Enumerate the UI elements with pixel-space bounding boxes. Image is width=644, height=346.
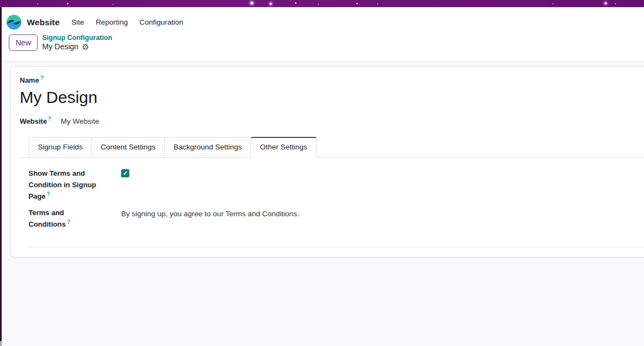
show-terms-checkbox[interactable]: ✓ xyxy=(121,169,129,177)
main-navbar: Website Site Reporting Configuration xyxy=(2,7,644,32)
tab-content-settings[interactable]: Content Settings xyxy=(92,137,165,157)
help-icon: ? xyxy=(47,191,50,197)
show-terms-label: Show Terms and Condition in Signup Page? xyxy=(29,168,121,202)
menu-reporting[interactable]: Reporting xyxy=(90,15,134,30)
help-icon: ? xyxy=(40,75,43,81)
breadcrumb-current: My Design ⚙ xyxy=(42,42,112,51)
window-edge xyxy=(0,7,2,341)
name-input[interactable]: My Design xyxy=(20,87,644,108)
app-name[interactable]: Website xyxy=(27,18,60,27)
checkbox-check-icon: ✓ xyxy=(123,170,128,176)
sparkle-icon xyxy=(377,3,378,4)
sparkle-icon xyxy=(295,2,297,4)
sparkle-icon xyxy=(318,4,319,5)
top-promo-bar xyxy=(0,0,644,7)
help-icon: ? xyxy=(67,219,70,225)
gear-icon[interactable]: ⚙ xyxy=(82,43,89,51)
website-select[interactable]: My Website xyxy=(61,117,99,125)
header: Website Site Reporting Configuration New… xyxy=(2,7,644,62)
sparkle-icon xyxy=(356,3,358,4)
breadcrumb-parent-link[interactable]: Signup Configuration xyxy=(42,34,112,42)
card-bottom-divider xyxy=(29,247,644,247)
tab-other-settings[interactable]: Other Settings xyxy=(250,137,316,158)
website-app-icon xyxy=(7,15,21,30)
show-terms-field-row: Show Terms and Condition in Signup Page?… xyxy=(29,168,644,202)
menu-site[interactable]: Site xyxy=(66,15,90,30)
name-field-label: Name? xyxy=(20,76,644,85)
sparkle-icon xyxy=(552,3,554,4)
website-field-row: Website? My Website xyxy=(20,117,644,126)
terms-label: Terms and Conditions? xyxy=(29,207,121,230)
sparkle-icon xyxy=(270,3,272,5)
new-button[interactable]: New xyxy=(9,34,38,51)
tab-signup-fields[interactable]: Signup Fields xyxy=(29,137,92,157)
sparkle-icon xyxy=(615,3,616,4)
menu-configuration[interactable]: Configuration xyxy=(134,15,189,30)
website-field-label: Website? xyxy=(20,117,52,126)
breadcrumb: Signup Configuration My Design ⚙ xyxy=(42,34,112,51)
window-edge-foot xyxy=(0,341,2,346)
terms-field-row: Terms and Conditions? By signing up, you… xyxy=(29,207,644,230)
sparkle-icon xyxy=(37,3,38,4)
other-settings-panel: Show Terms and Condition in Signup Page?… xyxy=(20,168,644,230)
sparkle-icon xyxy=(67,3,69,4)
form-tabs: Signup Fields Content Settings Backgroun… xyxy=(20,137,644,158)
sparkle-icon xyxy=(605,2,607,4)
control-panel: New Signup Configuration My Design ⚙ xyxy=(2,34,644,51)
navbar-menu: Site Reporting Configuration xyxy=(66,15,189,30)
form-card: Name? My Design Website? My Website Sign… xyxy=(10,66,644,257)
tab-background-settings[interactable]: Background Settings xyxy=(164,137,252,157)
app-switcher-button[interactable]: Website xyxy=(7,15,60,30)
terms-text-input[interactable]: By signing up, you agree to our Terms an… xyxy=(121,208,299,220)
sparkle-icon xyxy=(250,2,253,4)
help-icon: ? xyxy=(48,116,52,122)
breadcrumb-current-label: My Design xyxy=(42,42,78,51)
sparkle-icon xyxy=(112,4,113,5)
